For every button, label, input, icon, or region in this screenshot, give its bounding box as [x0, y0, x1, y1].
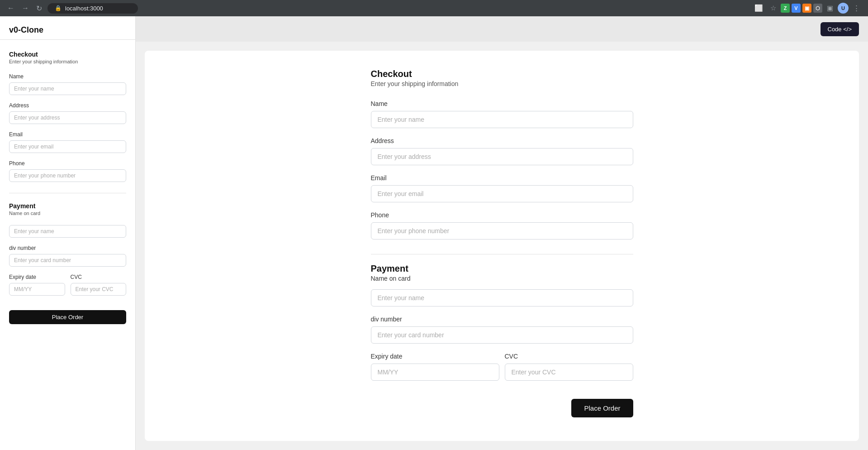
content-area: Checkout Enter your shipping information… — [136, 16, 868, 450]
sidebar-address-group: Address — [9, 102, 126, 124]
main-name-group: Name — [371, 100, 633, 128]
main-phone-group: Phone — [371, 211, 633, 239]
sidebar-email-label: Email — [9, 131, 126, 138]
main-layout: v0-Clone Checkout Enter your shipping in… — [0, 16, 868, 450]
sidebar-payment-title: Payment — [9, 202, 126, 210]
sidebar-phone-input[interactable] — [9, 169, 126, 182]
sidebar-title: v0-Clone — [9, 25, 126, 35]
top-bar: Code </> — [136, 16, 868, 42]
browser-actions: ⬜ ☆ Z V ▣ ⬡ ▣ U ⋮ — [752, 2, 863, 14]
extension-dark[interactable]: ⬡ — [813, 4, 822, 13]
sidebar-address-label: Address — [9, 102, 126, 109]
main-expiry-input[interactable] — [371, 364, 499, 381]
main-address-group: Address — [371, 137, 633, 165]
main-payment-title: Payment — [371, 263, 633, 274]
preview-container: Checkout Enter your shipping information… — [145, 51, 859, 441]
main-payment-section: Payment Name on card div number Expiry d… — [371, 254, 633, 417]
sidebar-address-input[interactable] — [9, 111, 126, 124]
cast-icon[interactable]: ⬜ — [752, 2, 766, 14]
menu-icon[interactable]: ⋮ — [850, 2, 863, 14]
sidebar-card-name-input[interactable] — [9, 225, 126, 238]
sidebar-expiry-label: Expiry date — [9, 274, 65, 280]
sidebar-cvc-label: CVC — [71, 274, 127, 280]
sidebar-expiry-cvc-row: Expiry date CVC — [9, 274, 126, 303]
user-avatar[interactable]: U — [838, 3, 849, 14]
main-email-label: Email — [371, 174, 633, 182]
extension-orange[interactable]: ▣ — [802, 4, 811, 13]
main-cvc-group: CVC — [505, 353, 633, 381]
sidebar-checkout-subtitle: Enter your shipping information — [9, 59, 126, 64]
sidebar-phone-group: Phone — [9, 160, 126, 182]
sidebar-payment-section: Payment Name on card div number Expiry d… — [9, 193, 126, 324]
address-bar[interactable]: 🔒 localhost:3000 — [47, 3, 138, 14]
sidebar-cvc-group: CVC — [71, 274, 127, 296]
main-address-label: Address — [371, 137, 633, 144]
main-checkout-title: Checkout — [371, 69, 633, 79]
sidebar-payment-subtitle: Name on card — [9, 211, 126, 216]
main-phone-label: Phone — [371, 211, 633, 219]
sidebar-form: Checkout Enter your shipping information… — [0, 43, 135, 331]
main-email-input[interactable] — [371, 185, 633, 202]
refresh-button[interactable]: ↻ — [34, 2, 44, 14]
sidebar-expiry-group: Expiry date — [9, 274, 65, 296]
main-expiry-group: Expiry date — [371, 353, 499, 381]
sidebar-email-group: Email — [9, 131, 126, 153]
code-button[interactable]: Code </> — [821, 22, 859, 36]
sidebar-card-number-input[interactable] — [9, 254, 126, 267]
sidebar-expiry-input[interactable] — [9, 283, 65, 296]
main-address-input[interactable] — [371, 148, 633, 165]
main-card-number-input[interactable] — [371, 326, 633, 344]
main-expiry-label: Expiry date — [371, 353, 499, 360]
main-expiry-cvc-row: Expiry date CVC — [371, 353, 633, 390]
sidebar-card-number-label-group: div number — [9, 245, 126, 267]
main-checkout-subtitle: Enter your shipping information — [371, 80, 633, 87]
sidebar-card-name-group — [9, 225, 126, 238]
sidebar-checkout-title: Checkout — [9, 51, 126, 58]
main-checkout-form: Checkout Enter your shipping information… — [371, 69, 633, 417]
main-card-number-label: div number — [371, 316, 633, 323]
sidebar-phone-label: Phone — [9, 160, 126, 167]
main-name-label: Name — [371, 100, 633, 107]
main-phone-input[interactable] — [371, 222, 633, 239]
extension-green[interactable]: Z — [781, 4, 790, 13]
sidebar-header: v0-Clone — [0, 16, 135, 40]
main-name-on-card-label: Name on card — [371, 275, 633, 282]
sidebar: v0-Clone Checkout Enter your shipping in… — [0, 16, 136, 450]
main-cvc-label: CVC — [505, 353, 633, 360]
sidebar-place-order-button[interactable]: Place Order — [9, 310, 126, 324]
sidebar-name-label: Name — [9, 73, 126, 80]
main-card-number-group: div number — [371, 316, 633, 344]
back-button[interactable]: ← — [5, 2, 16, 14]
forward-button[interactable]: → — [20, 2, 31, 14]
sidebar-email-input[interactable] — [9, 140, 126, 153]
sidebar-name-group: Name — [9, 73, 126, 95]
main-place-order-button[interactable]: Place Order — [571, 399, 633, 417]
lock-icon: 🔒 — [55, 5, 62, 11]
star-icon[interactable]: ☆ — [768, 2, 779, 14]
extension-blue[interactable]: V — [792, 4, 801, 13]
main-name-input[interactable] — [371, 111, 633, 128]
main-email-group: Email — [371, 174, 633, 202]
main-card-name-input[interactable] — [371, 289, 633, 306]
sidebar-name-input[interactable] — [9, 82, 126, 95]
sidebar-card-number-label: div number — [9, 245, 126, 251]
sidebar-cvc-input[interactable] — [71, 283, 127, 296]
sidebar-toggle-icon[interactable]: ▣ — [824, 2, 836, 14]
place-order-wrapper: Place Order — [371, 390, 633, 417]
url-text: localhost:3000 — [65, 5, 103, 12]
browser-bar: ← → ↻ 🔒 localhost:3000 ⬜ ☆ Z V ▣ ⬡ ▣ U ⋮ — [0, 0, 868, 16]
main-cvc-input[interactable] — [505, 364, 633, 381]
main-card-name-group — [371, 289, 633, 306]
